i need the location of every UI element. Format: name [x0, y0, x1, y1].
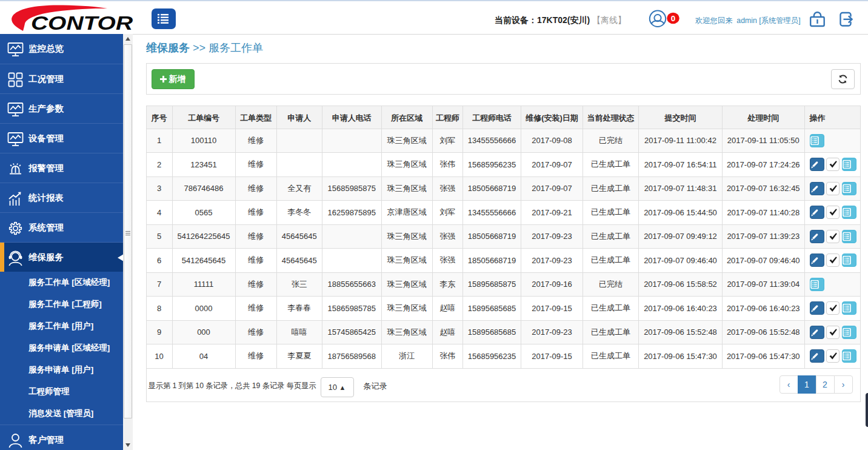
svg-text:CONTOR: CONTOR: [31, 12, 133, 34]
svg-text:0: 0: [671, 14, 676, 23]
